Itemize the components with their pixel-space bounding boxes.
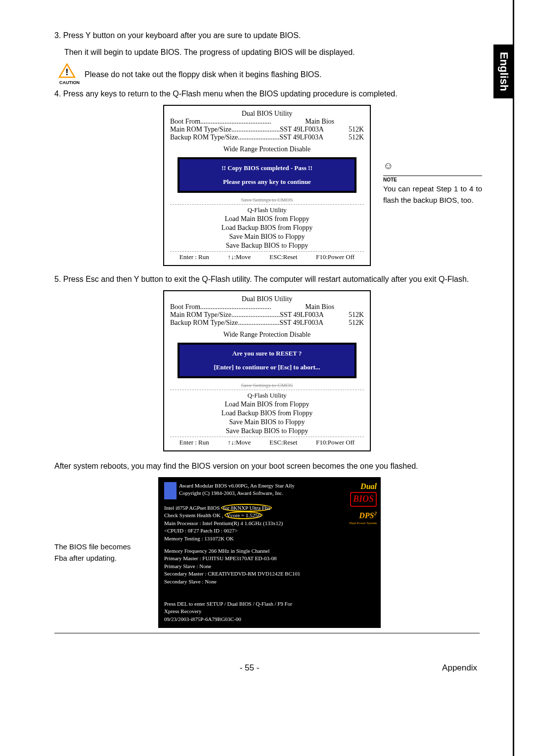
- bios2-mainrom: Main ROM Type/Size......................…: [170, 311, 339, 319]
- right-border: [513, 0, 514, 756]
- bios2-menu4: Save Backup BIOS to Floppy: [170, 427, 364, 435]
- boot-line1: Award Modular BIOS v6.00PG, An Energy St…: [179, 482, 295, 489]
- svg-text:!: !: [65, 67, 68, 77]
- bios1-backuprom-size: 512K: [339, 133, 364, 141]
- bios1-menu1: Load Main BIOS from Floppy: [170, 215, 364, 223]
- boot-line4a: Check System Health OK ,: [164, 512, 224, 518]
- caution-icon: ! CAUTION: [58, 63, 81, 86]
- bios1-title: Dual BIOS Utility: [170, 110, 364, 118]
- bios2-popup: Are you sure to RESET ? [Enter] to conti…: [178, 343, 356, 378]
- boot-line4-circled: Vcore = 1.5250: [224, 511, 263, 519]
- bios1-key3: ESC:Reset: [269, 253, 297, 261]
- boot-left-caption: The BIOS file becomes Fba after updating…: [54, 541, 131, 564]
- bios2-menu2: Load Backup BIOS from Floppy: [170, 409, 364, 417]
- bios2-widerange: Wide Range Protection Disable: [170, 331, 364, 339]
- bios1-key4: F10:Power Off: [316, 253, 355, 261]
- page-footer: - 55 - Appendix: [54, 663, 480, 673]
- bios2-key3: ESC:Reset: [269, 439, 297, 446]
- boot-line7: Memory Testing : 131072K OK: [164, 535, 375, 542]
- note-box: ☺ NOTE You can repeat Step 1 to 4 to fla…: [383, 158, 482, 206]
- boot-line3-circled: for 8KNXP Ultra Fba: [221, 504, 272, 512]
- truncated-text: Save Settings to CMOS: [170, 197, 364, 203]
- truncated-text2: Save Settings to CMOS: [170, 382, 364, 388]
- boot-line3a: Intel i875P AGPset BIOS: [164, 505, 221, 511]
- bios2-mainrom-size: 512K: [339, 311, 364, 319]
- bios2-bootfrom-val: Main Bios: [305, 303, 334, 311]
- page-content: 3. Press Y button on your keyboard after…: [0, 0, 534, 693]
- bios1-popup: !! Copy BIOS completed - Pass !! Please …: [178, 157, 356, 193]
- bios-utility-box-1: Dual BIOS Utility Boot From.............…: [163, 105, 371, 266]
- bios2-qflash: Q-Flash Utility: [170, 390, 364, 400]
- bios1-bootfrom-val: Main Bios: [305, 118, 334, 126]
- english-tab: English: [493, 44, 514, 98]
- bios2-title: Dual BIOS Utility: [170, 295, 364, 303]
- caution-text: Please do not take out the floppy disk w…: [85, 70, 321, 79]
- boot-line15: 09/23/2003-i875P-6A79BG03C-00: [164, 616, 375, 623]
- note-label: NOTE: [383, 176, 482, 183]
- step4: 4. Press any keys to return to the Q-Fla…: [54, 88, 480, 100]
- dual-logo: Dual: [360, 482, 377, 490]
- bios1-bootfrom: Boot From...............................…: [170, 118, 305, 126]
- dps-sub: Dual Power System: [349, 521, 377, 526]
- boot-line14: Xpress Recovery: [164, 608, 375, 615]
- bios2-key2: ↑↓:Move: [227, 439, 251, 446]
- caution-label: CAUTION: [58, 80, 81, 85]
- note-face-icon: ☺: [383, 158, 393, 173]
- step3-line2: Then it will begin to update BIOS. The p…: [54, 46, 480, 58]
- boot-line13: Press DEL to enter SETUP / Dual BIOS / Q…: [164, 600, 375, 608]
- bios1-qflash: Q-Flash Utility: [170, 204, 364, 214]
- boot-line9: Primary Master : FUJITSU MPE3170AT ED-03…: [164, 555, 375, 562]
- bios1-backuprom: Backup ROM Type/Size....................…: [170, 133, 339, 141]
- bios1-mainrom: Main ROM Type/Size......................…: [170, 126, 339, 133]
- bios2-popup1: Are you sure to RESET ?: [184, 350, 350, 357]
- award-ribbon-icon: [164, 482, 177, 499]
- step5: 5. Press Esc and then Y button to exit t…: [54, 273, 480, 285]
- boot-line12: Secondary Slave : None: [164, 578, 375, 585]
- boot-line5: Main Processor : Intel Pentium(R) 4 1.6G…: [164, 520, 375, 527]
- boot-screen-wrap: The BIOS file becomes Fba after updating…: [54, 477, 480, 628]
- boot-line6: <CPUID : 0F27 Patch ID : 0027>: [164, 527, 375, 534]
- bios1-menu2: Load Backup BIOS from Floppy: [170, 224, 364, 232]
- bios1-menu3: Save Main BIOS to Floppy: [170, 233, 364, 241]
- bios2-menu3: Save Main BIOS to Floppy: [170, 418, 364, 426]
- bios1-menu4: Save Backup BIOS to Floppy: [170, 242, 364, 250]
- bios-utility-box-2: Dual BIOS Utility Boot From.............…: [163, 290, 371, 451]
- bios2-bootfrom: Boot From...............................…: [170, 303, 305, 311]
- bios2-backuprom: Backup ROM Type/Size....................…: [170, 319, 339, 327]
- step3-line1: 3. Press Y button on your keyboard after…: [54, 30, 480, 42]
- caution-row: ! CAUTION Please do not take out the flo…: [58, 63, 480, 86]
- bios1-popup2: Please press any key to continue: [184, 178, 350, 186]
- boot-line10: Primary Slave : None: [164, 563, 375, 570]
- bios1-key2: ↑↓:Move: [227, 253, 251, 261]
- note-text: You can repeat Step 1 to 4 to flash the …: [383, 183, 482, 206]
- boot-line8: Memory Frequency 266 MHz in Single Chann…: [164, 547, 375, 555]
- bios2-backuprom-size: 512K: [339, 319, 364, 327]
- bios2-key4: F10:Power Off: [316, 439, 355, 446]
- bios1-mainrom-size: 512K: [339, 126, 364, 133]
- bios2-key1: Enter : Run: [179, 439, 209, 446]
- bios2-popup2: [Enter] to continure or [Esc] to abort..…: [184, 363, 350, 371]
- logo-box: Dual BIOS DPS2 Dual Power System: [349, 481, 377, 526]
- after-reboot-text: After system reboots, you may find the B…: [54, 460, 480, 472]
- boot-line11: Secondary Master : CREATIVEDVD-RM DVD124…: [164, 570, 375, 578]
- boot-line2: Copyright (C) 1984-2003, Award Software,…: [179, 489, 295, 497]
- boot-screen: Dual BIOS DPS2 Dual Power System Award M…: [158, 477, 381, 628]
- appendix-label: Appendix: [442, 663, 477, 673]
- bios1-popup1: !! Copy BIOS completed - Pass !!: [184, 164, 350, 172]
- bios1-key1: Enter : Run: [179, 253, 209, 261]
- dps-logo: DPS2: [359, 511, 377, 520]
- bios2-menu1: Load Main BIOS from Floppy: [170, 400, 364, 408]
- page-number: - 55 -: [240, 663, 260, 673]
- bios-logo: BIOS: [350, 492, 377, 506]
- bios1-widerange: Wide Range Protection Disable: [170, 145, 364, 153]
